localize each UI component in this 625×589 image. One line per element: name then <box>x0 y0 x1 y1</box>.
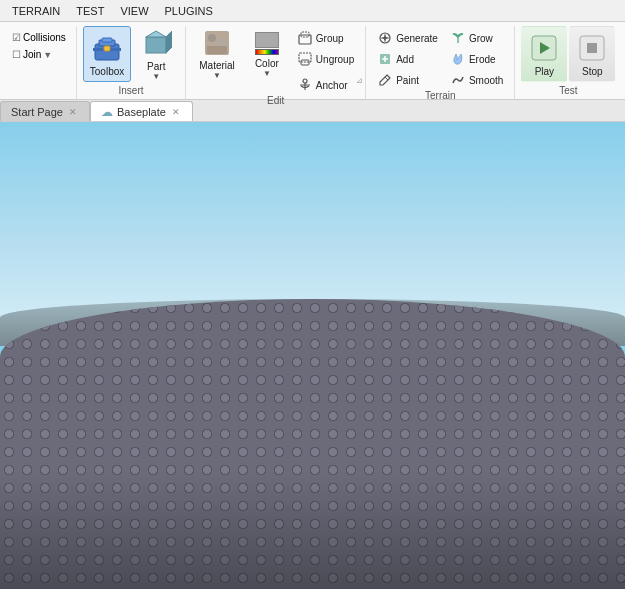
ribbon-section-model: ☑ Collisions ☐ Join ▼ <box>2 26 77 99</box>
group-icon <box>297 30 313 46</box>
toolbox-icon <box>91 32 123 64</box>
group-label: Group <box>316 33 344 44</box>
stop-button[interactable]: Stop <box>569 26 615 82</box>
svg-point-9 <box>208 34 216 42</box>
insert-label: Insert <box>83 85 179 99</box>
edit-expand-icon[interactable]: ⊿ <box>356 76 363 85</box>
anchor-label: Anchor <box>316 80 348 91</box>
svg-rect-2 <box>102 38 112 42</box>
svg-line-23 <box>385 77 388 80</box>
smooth-button[interactable]: Smooth <box>445 70 508 90</box>
ungroup-label: Ungroup <box>316 54 354 65</box>
tab-start-page-label: Start Page <box>11 106 63 118</box>
grow-button[interactable]: Grow <box>445 28 508 48</box>
anchor-button[interactable]: Anchor <box>292 75 359 95</box>
tab-baseplate[interactable]: ☁ Baseplate ✕ <box>90 101 193 121</box>
ribbon-section-edit: Material ▼ Color ▼ <box>186 26 366 99</box>
terrain-shadow <box>0 473 625 589</box>
ribbon-section-test: Play Stop Test <box>515 26 621 99</box>
color-label: Color <box>255 58 279 69</box>
tab-baseplate-close[interactable]: ✕ <box>170 106 182 118</box>
grow-label: Grow <box>469 33 493 44</box>
ungroup-button[interactable]: Ungroup <box>292 49 359 69</box>
collisions-label: Collisions <box>23 32 66 43</box>
material-button[interactable]: Material ▼ <box>192 26 242 82</box>
menu-plugins[interactable]: PLUGINS <box>157 3 221 19</box>
add-button[interactable]: Add <box>372 49 443 69</box>
part-label: Part <box>147 61 165 72</box>
ribbon: ☑ Collisions ☐ Join ▼ <box>0 22 625 100</box>
svg-marker-6 <box>146 31 166 37</box>
test-label: Test <box>521 85 615 99</box>
svg-point-16 <box>303 79 307 83</box>
generate-icon <box>377 30 393 46</box>
menu-bar: TERRAIN TEST VIEW PLUGINS <box>0 0 625 22</box>
part-dropdown-arrow: ▼ <box>152 72 160 81</box>
grow-icon <box>450 30 466 46</box>
play-label: Play <box>535 66 554 77</box>
svg-rect-4 <box>104 46 110 51</box>
terrain-label: Terrain <box>372 90 508 104</box>
color-icon <box>251 30 283 56</box>
svg-point-24 <box>456 35 459 38</box>
svg-marker-7 <box>166 31 172 53</box>
model-section-label <box>8 96 70 99</box>
group-button[interactable]: Group <box>292 28 359 48</box>
smooth-icon <box>450 72 466 88</box>
ungroup-icon <box>297 51 313 67</box>
terrain-col-left: Generate Add <box>372 26 443 90</box>
erode-button[interactable]: Erode <box>445 49 508 69</box>
material-icon <box>201 28 233 58</box>
erode-icon <box>450 51 466 67</box>
paint-button[interactable]: Paint <box>372 70 443 90</box>
paint-label: Paint <box>396 75 419 86</box>
generate-button[interactable]: Generate <box>372 28 443 48</box>
stop-icon <box>576 32 608 64</box>
color-button[interactable]: Color ▼ <box>244 26 290 82</box>
terrain-col-right: Grow Erode Smooth <box>445 26 508 90</box>
paint-icon <box>377 72 393 88</box>
smooth-label: Smooth <box>469 75 503 86</box>
svg-rect-28 <box>587 43 597 53</box>
play-button[interactable]: Play <box>521 26 567 82</box>
tab-start-page-close[interactable]: ✕ <box>67 106 79 118</box>
cloud-icon: ☁ <box>101 105 113 119</box>
menu-view[interactable]: VIEW <box>112 3 156 19</box>
anchor-icon <box>297 77 313 93</box>
svg-rect-5 <box>146 37 166 53</box>
tab-start-page[interactable]: Start Page ✕ <box>0 101 90 121</box>
menu-terrain[interactable]: TERRAIN <box>4 3 68 19</box>
ribbon-section-terrain: Generate Add <box>366 26 515 99</box>
stop-label: Stop <box>582 66 603 77</box>
add-label: Add <box>396 54 414 65</box>
join-button[interactable]: ☐ Join ▼ <box>8 47 70 62</box>
material-label: Material <box>199 60 235 71</box>
tab-baseplate-label: Baseplate <box>117 106 166 118</box>
edit-label: Edit <box>192 95 359 109</box>
svg-rect-11 <box>207 46 227 54</box>
play-icon <box>528 32 560 64</box>
menu-test[interactable]: TEST <box>68 3 112 19</box>
material-dropdown: ▼ <box>213 71 221 80</box>
generate-label: Generate <box>396 33 438 44</box>
toolbox-label: Toolbox <box>90 66 124 77</box>
ribbon-section-insert: Toolbox Part ▼ Insert <box>77 26 186 99</box>
color-dropdown: ▼ <box>263 69 271 78</box>
part-icon <box>140 27 172 59</box>
viewport[interactable] <box>0 122 625 589</box>
toolbox-button[interactable]: Toolbox <box>83 26 131 82</box>
add-icon <box>377 51 393 67</box>
part-button[interactable]: Part ▼ <box>133 26 179 82</box>
edit-small-col: Group Ungroup <box>292 26 359 95</box>
terrain-ground <box>0 299 625 589</box>
collisions-button[interactable]: ☑ Collisions <box>8 30 70 45</box>
erode-label: Erode <box>469 54 496 65</box>
join-label: Join <box>23 49 41 60</box>
